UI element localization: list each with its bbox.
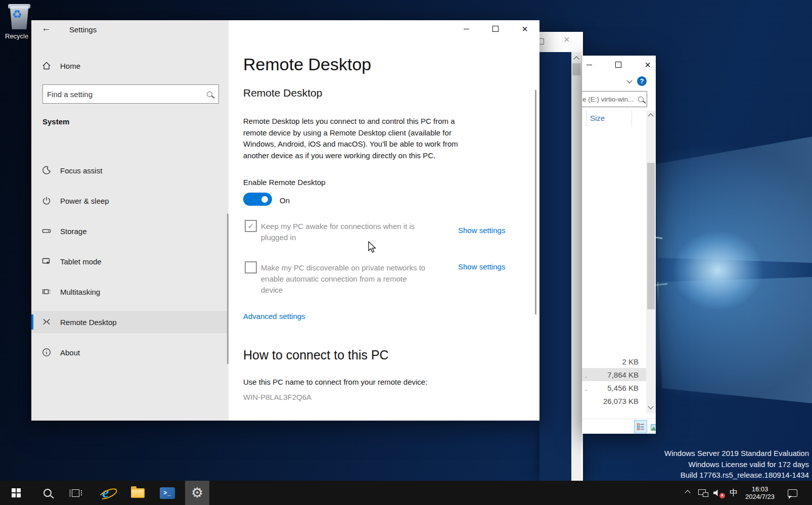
sidebar-item-home[interactable]: Home [31,55,229,77]
minimize-button[interactable] [458,22,475,36]
sidebar-item-label: Focus assist [60,166,102,175]
watermark-line2: Windows License valid for 172 days [664,459,809,470]
sidebar-item-multitasking[interactable]: Multitasking [31,281,229,303]
show-settings-link-1[interactable]: Show settings [458,226,505,235]
scroll-down-icon[interactable] [648,403,653,409]
multitasking-icon [41,287,52,297]
size-column-header[interactable]: Size [590,114,605,122]
file-explorer-button[interactable] [125,481,150,505]
details-view-button[interactable] [634,420,647,433]
explorer-search-input[interactable] [581,96,638,103]
thumbnail-view-button[interactable] [649,422,656,432]
background-window-scrollbar[interactable] [571,52,581,481]
file-row[interactable]: 2 KB [582,355,646,368]
storage-icon [41,226,52,236]
maximize-button[interactable] [487,22,504,36]
internet-explorer-button[interactable]: e [96,481,120,505]
close-button[interactable]: × [639,58,656,72]
ime-indicator[interactable]: 中 [727,481,740,505]
sidebar-item-label: Multitasking [60,288,100,296]
description-paragraph: Remote Desktop lets you connect to and c… [243,116,458,161]
file-size: 2 KB [622,357,639,366]
scroll-up-icon[interactable] [573,56,579,62]
settings-search-input[interactable] [43,90,207,99]
selected-accent-bar [31,314,33,330]
sidebar-item-power-sleep[interactable]: Power & sleep [31,190,229,212]
maximize-button[interactable] [610,58,627,72]
gear-icon: ⚙ [191,486,203,500]
file-size: 7,864 KB [607,371,639,379]
settings-taskbar-button[interactable]: ⚙ [185,481,209,505]
internet-explorer-icon: e [99,485,116,500]
settings-window[interactable]: ← Settings × Home System Focus assist Po… [31,20,539,421]
action-center-button[interactable] [784,481,801,505]
network-tray-icon[interactable] [696,481,711,505]
sidebar-item-label: Tablet mode [60,257,102,266]
scrollbar-thumb[interactable] [572,63,580,75]
close-icon[interactable]: × [564,34,570,45]
background-window-titlebar [539,32,583,52]
powershell-button[interactable]: >_ [155,481,179,505]
keep-awake-label: Keep my PC awake for connections when it… [261,221,415,243]
settings-search-box[interactable] [42,84,219,104]
volume-tray-icon[interactable]: × [711,481,726,505]
advanced-settings-link[interactable]: Advanced settings [243,312,305,320]
chevron-up-icon [685,490,690,495]
sidebar-item-focus-assist[interactable]: Focus assist [31,159,229,181]
scroll-up-icon[interactable] [648,113,653,119]
tray-overflow-button[interactable] [681,481,695,505]
sidebar-item-storage[interactable]: Storage [31,220,229,242]
sidebar-item-remote-desktop[interactable]: Remote Desktop [31,311,229,333]
sidebar-item-label: Storage [60,227,87,236]
explorer-scrollbar[interactable] [646,110,656,414]
file-size: 5,456 KB [607,384,639,392]
sidebar-item-label: About [60,348,80,357]
help-button[interactable]: ? [637,76,647,86]
tray-date: 2024/7/23 [745,493,775,500]
sidebar-item-label: Home [60,62,80,70]
watermark-line3: Build 17763.rs5_release.180914-1434 [664,470,809,481]
taskbar-search-button[interactable] [35,481,60,505]
minimize-button[interactable] [581,58,598,72]
background-window-content [539,52,571,481]
how-to-connect-heading: How to connect to this PC [243,348,389,362]
folder-icon [131,488,145,498]
explorer-search-box[interactable] [581,91,647,107]
file-row-selected[interactable]: . 7,864 KB [582,368,646,381]
home-icon [41,61,52,71]
discoverable-checkbox[interactable] [245,261,257,273]
scrollbar-thumb[interactable] [647,163,655,309]
description-line: remote device by using a Remote Desktop … [243,127,458,139]
background-window[interactable]: × [539,32,583,481]
column-divider [586,110,587,126]
file-size: 26,073 KB [603,397,639,405]
task-view-button[interactable] [64,481,88,505]
start-button[interactable] [4,481,28,505]
about-icon [41,347,52,357]
file-row[interactable]: 26,073 KB [582,394,646,407]
option-label-line: enable automatic connection from a remot… [261,273,425,285]
back-button[interactable]: ← [41,23,51,34]
clock[interactable]: 16:03 2024/7/23 [740,481,780,505]
network-icon [698,489,708,497]
window-title: Settings [69,25,97,34]
minimize-icon [587,65,592,65]
thumbnail-view-icon [651,424,656,431]
sidebar-item-tablet-mode[interactable]: Tablet mode [31,250,229,272]
explorer-window[interactable]: × ? Size 2 KB . 7,864 KB . 5,456 KB 26,0… [581,56,656,434]
sidebar-item-label: Power & sleep [60,197,109,205]
explorer-statusbar [582,419,656,434]
show-settings-link-2[interactable]: Show settings [458,262,505,271]
enable-remote-desktop-toggle[interactable] [243,193,272,206]
content-scrollbar-thumb[interactable] [535,90,536,314]
sidebar-scrollbar-thumb[interactable] [227,214,229,364]
close-icon: × [522,24,528,34]
sidebar-item-about[interactable]: About [31,341,229,363]
ribbon-expand-icon[interactable] [626,77,632,83]
keep-awake-checkbox[interactable]: ✓ [245,220,257,232]
restore-icon[interactable] [539,38,544,44]
file-row[interactable]: . 5,456 KB [582,381,646,394]
pc-name-instruction: Use this PC name to connect from your re… [243,377,427,388]
maximize-icon [492,26,499,32]
close-button[interactable]: × [516,22,533,36]
